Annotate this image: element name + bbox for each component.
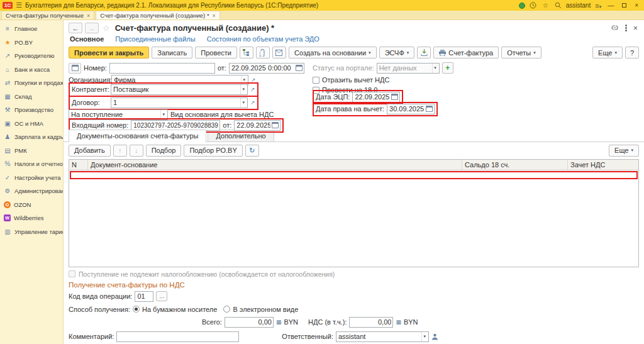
close-form-icon[interactable]: × bbox=[633, 24, 638, 33]
edo-button[interactable] bbox=[272, 47, 286, 58]
sidebar-item-proizvodstvo[interactable]: ⚒Производство bbox=[0, 103, 63, 117]
exempt-checkbox[interactable] bbox=[69, 270, 75, 277]
close-tab-icon[interactable]: × bbox=[213, 13, 216, 19]
current-user[interactable]: assistant bbox=[566, 2, 591, 9]
electronic-radio[interactable] bbox=[223, 306, 230, 313]
move-down-button[interactable]: ↓ bbox=[130, 145, 143, 157]
back-button[interactable]: ← bbox=[69, 23, 82, 33]
vat-amount-input[interactable] bbox=[352, 318, 391, 326]
sidebar-item-wildberries[interactable]: WWildberries bbox=[0, 211, 63, 225]
sidebar-item-administrirovanie[interactable]: ⚙Администрирование bbox=[0, 184, 63, 198]
reports-button[interactable]: Отчеты▾ bbox=[501, 47, 541, 58]
open-contractor-icon[interactable]: ↗ bbox=[250, 86, 255, 92]
date-input[interactable] bbox=[231, 64, 294, 72]
service-menu-icon[interactable]: ≡▾ bbox=[595, 2, 601, 9]
responsible-input[interactable] bbox=[338, 333, 420, 340]
add-row-button[interactable]: Добавить bbox=[69, 145, 111, 157]
sidebar-item-glavnoe[interactable]: ≡Главное bbox=[0, 22, 63, 36]
close-window-button[interactable]: × bbox=[633, 2, 640, 9]
structure-subordination-button[interactable] bbox=[240, 47, 253, 58]
close-tab-icon[interactable]: × bbox=[87, 13, 90, 19]
write-button[interactable]: Записать bbox=[152, 47, 192, 58]
create-based-on-button[interactable]: Создать на основании▾ bbox=[289, 47, 377, 58]
chevron-down-icon[interactable]: ▾ bbox=[240, 85, 246, 94]
get-link-icon[interactable] bbox=[611, 25, 619, 32]
calendar-icon[interactable] bbox=[272, 122, 279, 128]
sidebar-item-ozon[interactable]: OOZON bbox=[0, 198, 63, 212]
table-more-button[interactable]: Еще▾ bbox=[609, 145, 639, 157]
comment-input[interactable] bbox=[119, 333, 237, 340]
paper-radio[interactable] bbox=[133, 306, 140, 313]
pick-po-by-button[interactable]: Подбор PO.BY bbox=[184, 145, 242, 157]
calculator-icon[interactable]: ▦ bbox=[276, 319, 282, 325]
pick-button[interactable]: Подбор bbox=[146, 145, 182, 157]
more-button[interactable]: Еще▾ bbox=[592, 47, 623, 58]
more-menu-icon[interactable] bbox=[625, 25, 627, 26]
sidebar-item-rukovoditelyu[interactable]: ↗Руководителю bbox=[0, 49, 63, 63]
basis-documents-table[interactable]: N Документ-основание Сальдо 18 сч. Зачет… bbox=[69, 159, 639, 267]
tab-invoice-create[interactable]: Счет-фактура полученный (создание) * × bbox=[96, 11, 220, 19]
nav-edo-states[interactable]: Состояния по объектам учета ЭДО bbox=[207, 35, 319, 43]
post-and-close-button[interactable]: Провести и закрыть bbox=[69, 47, 149, 58]
main-menu-icon[interactable]: ☰ bbox=[16, 1, 22, 9]
minimize-button[interactable]: — bbox=[606, 2, 616, 9]
sidebar-item-bank-kassa[interactable]: ⌂Банк и касса bbox=[0, 63, 63, 77]
set-date-button[interactable] bbox=[69, 63, 81, 74]
reflect-vat-checkbox[interactable] bbox=[313, 77, 319, 84]
attached-files-button[interactable] bbox=[256, 47, 270, 58]
sidebar-item-upravlenie-tarifom[interactable]: ▥Управление тарифом bbox=[0, 225, 63, 239]
calendar-icon[interactable] bbox=[391, 94, 398, 100]
refresh-button[interactable]: ↻ bbox=[245, 145, 259, 157]
basis-kind-input[interactable] bbox=[71, 111, 159, 118]
nav-main[interactable]: Основное bbox=[70, 35, 104, 43]
post-button[interactable]: Провести bbox=[195, 47, 237, 58]
sidebar-item-nastroyki-ucheta[interactable]: ✓Настройки учета bbox=[0, 171, 63, 185]
chevron-down-icon[interactable]: ▾ bbox=[421, 332, 427, 341]
nav-attached-files[interactable]: Присоединенные файлы bbox=[115, 35, 195, 43]
number-input[interactable] bbox=[112, 64, 213, 72]
favorites-icon[interactable]: ☆ bbox=[541, 2, 550, 9]
eschf-button[interactable]: ЭСЧФ▾ bbox=[379, 47, 415, 58]
maximize-button[interactable] bbox=[620, 2, 628, 9]
incoming-number-input[interactable] bbox=[133, 122, 218, 129]
tab-basis-documents[interactable]: Документы-основания счета-фактуры bbox=[69, 130, 206, 142]
column-document[interactable]: Документ-основание bbox=[88, 160, 462, 170]
calendar-icon[interactable] bbox=[296, 65, 303, 71]
add-eschf-button[interactable]: + bbox=[442, 62, 453, 74]
help-button[interactable]: ? bbox=[625, 47, 639, 58]
favorite-star-icon[interactable]: ☆ bbox=[103, 23, 110, 33]
column-n[interactable]: N bbox=[69, 160, 88, 170]
sidebar-item-pokupki-prodazhi[interactable]: ⇄Покупки и продажи bbox=[0, 76, 63, 90]
open-responsible-button[interactable] bbox=[431, 333, 438, 340]
incoming-date-input[interactable] bbox=[236, 121, 270, 129]
portal-status-input[interactable] bbox=[379, 64, 431, 72]
forward-button[interactable]: → bbox=[85, 23, 99, 33]
sidebar-item-zarplata-kadry[interactable]: ♟Зарплата и кадры bbox=[0, 130, 63, 144]
empty-row-annotation-box[interactable] bbox=[70, 171, 638, 179]
contractor-input[interactable] bbox=[113, 86, 239, 93]
calendar-icon[interactable] bbox=[426, 106, 433, 112]
calculator-icon[interactable]: ▦ bbox=[396, 319, 401, 325]
tab-invoices-received[interactable]: Счета-фактуры полученные × bbox=[1, 11, 94, 19]
sidebar-item-os-nma[interactable]: ▣ОС и НМА bbox=[0, 117, 63, 131]
total-input[interactable] bbox=[227, 318, 272, 326]
column-saldo[interactable]: Сальдо 18 сч. bbox=[462, 160, 568, 170]
open-contract-icon[interactable]: ↗ bbox=[250, 99, 255, 106]
deduct-date-input[interactable] bbox=[389, 105, 425, 113]
chevron-down-icon[interactable]: ▾ bbox=[240, 98, 246, 108]
sidebar-item-sklad[interactable]: ▦Склад bbox=[0, 90, 63, 104]
sidebar-item-po-by[interactable]: ★PO.BY bbox=[0, 36, 63, 50]
sidebar-item-rmk[interactable]: ▤РМК bbox=[0, 144, 63, 158]
operation-code-choose-button[interactable]: ... bbox=[156, 291, 167, 301]
column-vat-offset[interactable]: Зачет НДС bbox=[568, 160, 638, 170]
chevron-down-icon[interactable]: ▾ bbox=[432, 64, 438, 73]
upload-eschf-button[interactable] bbox=[417, 47, 431, 58]
history-icon[interactable] bbox=[530, 2, 536, 9]
discussions-icon[interactable] bbox=[519, 3, 525, 9]
operation-code-input[interactable] bbox=[137, 292, 152, 300]
print-invoice-button[interactable]: Счет-фактура bbox=[433, 47, 499, 58]
search-icon[interactable] bbox=[555, 2, 562, 9]
sidebar-item-nalogi[interactable]: %Налоги и отчетность bbox=[0, 157, 63, 171]
ecp-date-input[interactable] bbox=[355, 93, 390, 101]
contract-input[interactable] bbox=[113, 99, 239, 106]
